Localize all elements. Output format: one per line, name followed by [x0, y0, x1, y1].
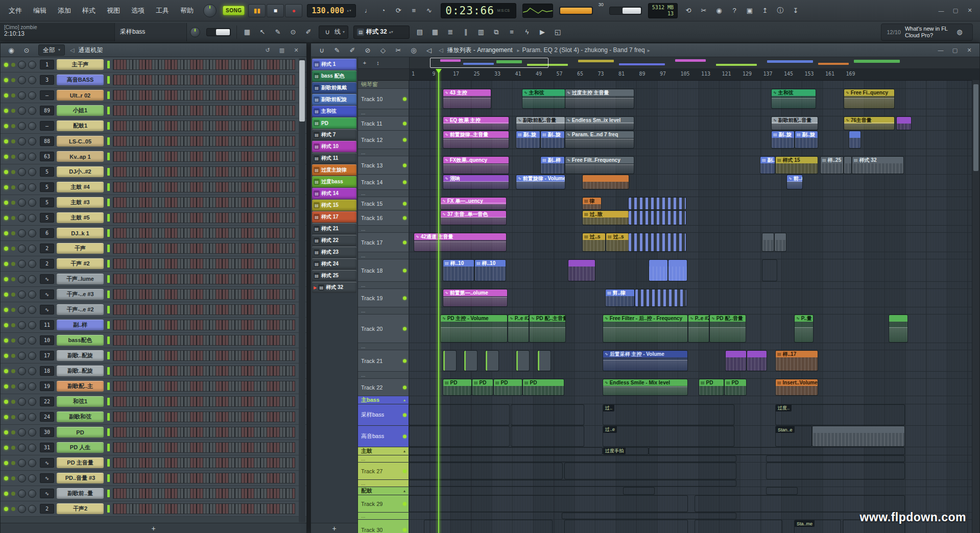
track-lane[interactable]	[409, 149, 979, 156]
track-lane[interactable]: ▤样..10▤样..10	[409, 259, 979, 282]
channel-pan-knob[interactable]	[18, 76, 26, 84]
pattern-item[interactable]: ▤样式 24	[312, 258, 356, 270]
step-sequencer-grid[interactable]	[113, 182, 295, 192]
channel-pan-knob[interactable]	[18, 183, 26, 191]
playlist-clip[interactable]	[443, 351, 456, 371]
channel-button[interactable]: PD..音量 #3	[57, 473, 104, 483]
slice-tool-icon[interactable]: ✂	[391, 43, 406, 57]
channel-pan-knob[interactable]	[18, 61, 26, 69]
channel-volume-knob[interactable]	[28, 260, 36, 268]
track-arm-led-icon[interactable]	[403, 138, 407, 141]
channel-volume-knob[interactable]	[28, 137, 36, 146]
rack-graph-icon[interactable]: ▥	[275, 45, 289, 55]
step-sequencer-grid[interactable]	[113, 366, 295, 376]
track-arm-led-icon[interactable]	[403, 528, 407, 531]
track-label[interactable]: Track 17	[358, 233, 409, 252]
tempo-spinner-icon[interactable]: ▴▾	[347, 9, 352, 13]
channel-rack-icon[interactable]: ▦	[240, 26, 255, 39]
channel-mute-led[interactable]	[4, 308, 8, 312]
playlist-clip[interactable]	[649, 448, 904, 454]
pattern-item[interactable]: ▤样式 1	[312, 59, 356, 70]
playlist-clip[interactable]: ∿43 主控	[443, 89, 491, 108]
pl-close-button[interactable]: ✕	[962, 45, 976, 55]
channel-volume-knob[interactable]	[28, 336, 36, 345]
menu-item-文件[interactable]: 文件	[3, 4, 28, 18]
channel-solo-led[interactable]	[11, 262, 15, 266]
playlist-clip[interactable]	[409, 463, 562, 479]
tempo-display[interactable]: 130.000 ▴▾	[307, 4, 356, 17]
channel-volume-knob[interactable]	[28, 91, 36, 100]
playlist-clip[interactable]: ▤PD	[472, 379, 493, 395]
step-sequencer-grid[interactable]	[113, 304, 295, 315]
track-lane[interactable]	[409, 226, 979, 233]
track-lane[interactable]: ∿FX 单—..uency▤律	[409, 197, 979, 210]
playlist-clip[interactable]: ▤样式 15	[776, 157, 818, 174]
channel-volume-knob[interactable]	[28, 168, 36, 176]
track-label[interactable]: 主bass▴	[358, 396, 409, 404]
track-lane[interactable]	[409, 252, 979, 259]
channel-button[interactable]: 副歌前..量	[57, 488, 104, 499]
track-label[interactable]: Track 29	[358, 495, 409, 513]
track-lane[interactable]: ∿EQ 效果 主控∿副歌前配..音量∿Endless Sm..ix level∿…	[409, 116, 979, 131]
channel-button[interactable]: 干声-..e #2	[57, 304, 104, 315]
track-lane[interactable]	[409, 480, 979, 487]
playlist-clip[interactable]: ∿Endless Smile - Mix level	[603, 379, 687, 395]
track-label[interactable]: ...	[358, 252, 409, 259]
playlist-clip[interactable]: ▤律	[583, 198, 601, 209]
playlist-clip[interactable]	[844, 157, 851, 174]
track-lane[interactable]	[409, 81, 979, 89]
channel-solo-led[interactable]	[11, 78, 15, 82]
channel-pan-knob[interactable]	[18, 321, 26, 329]
channel-button[interactable]: PD 主音量	[57, 457, 104, 468]
playlist-clip[interactable]: ▤副..旋	[772, 131, 794, 148]
playlist-clip[interactable]: ▤样..10	[475, 260, 506, 281]
playlist-clip[interactable]	[629, 198, 686, 209]
playlist-clip[interactable]: ▤Insert..Volume	[776, 379, 818, 395]
collapse-icon[interactable]: ▴	[403, 489, 405, 493]
track-label[interactable]: Track 13	[358, 156, 409, 175]
channel-mute-led[interactable]	[4, 78, 8, 82]
track-label[interactable]: Track 19	[358, 289, 409, 307]
track-label[interactable]: ...	[358, 480, 409, 487]
playlist-clip[interactable]: ∿前..ume	[787, 175, 802, 189]
playlist-clip[interactable]: ∿Free Fi..quency	[844, 89, 894, 108]
channel-button[interactable]: Ult..r 02	[57, 90, 104, 101]
playlist-scroll-thumb[interactable]	[973, 84, 978, 171]
channel-solo-led[interactable]	[11, 308, 15, 312]
step-sequencer-grid[interactable]	[113, 228, 295, 238]
rack-undo-icon[interactable]: ↺	[260, 45, 275, 55]
master-pitch-slider[interactable]	[559, 7, 593, 15]
pattern-item[interactable]: ▤过度bass	[312, 176, 356, 187]
playlist-clip[interactable]: ∿后置采样 主控 - Volume	[603, 351, 687, 371]
channel-mute-led[interactable]	[4, 323, 8, 327]
playlist-clip[interactable]	[889, 315, 907, 342]
track-lane[interactable]: ∿后置采样 主控 - Volume▤样..17	[409, 350, 979, 372]
time-unit[interactable]: M:S:CS	[497, 9, 512, 13]
channel-volume-knob[interactable]	[28, 290, 36, 299]
playlist-clip[interactable]	[568, 260, 595, 281]
step-sequencer-grid[interactable]	[113, 427, 295, 438]
step-sequencer-grid[interactable]	[113, 381, 295, 392]
menu-item-工具[interactable]: 工具	[150, 4, 175, 18]
channel-button[interactable]: 干声2	[57, 503, 104, 514]
playlist-clip[interactable]: ▤样..10	[443, 260, 474, 281]
track-label[interactable]: Track 22	[358, 379, 409, 396]
lightning-icon[interactable]: ϟ	[519, 26, 535, 39]
menu-item-帮助[interactable]: 帮助	[175, 4, 199, 18]
playlist-clip[interactable]: ∿PD 配..主音量	[530, 315, 565, 342]
track-label[interactable]: ...	[358, 109, 409, 116]
playlist-clip[interactable]: ▤过..s	[583, 233, 605, 251]
playlist-clip[interactable]	[767, 463, 904, 479]
smart-disable-icon[interactable]: ∿	[421, 4, 437, 17]
track-lane[interactable]	[409, 396, 979, 404]
step-sequencer-grid[interactable]	[113, 90, 295, 101]
track-lane[interactable]: 过度手拍	[409, 447, 979, 455]
loop-record-icon[interactable]: ⟳	[391, 4, 406, 17]
channel-volume-knob[interactable]	[28, 61, 36, 69]
track-lane[interactable]: ∿42通道 主音量▤过..s▤过..s	[409, 233, 979, 252]
paint-tool-icon[interactable]: ✐	[345, 43, 360, 57]
playlist-clip[interactable]	[649, 260, 667, 281]
channel-mute-led[interactable]	[4, 461, 8, 465]
channel-mute-led[interactable]	[4, 247, 8, 251]
track-label[interactable]: 高音bass	[358, 426, 409, 447]
